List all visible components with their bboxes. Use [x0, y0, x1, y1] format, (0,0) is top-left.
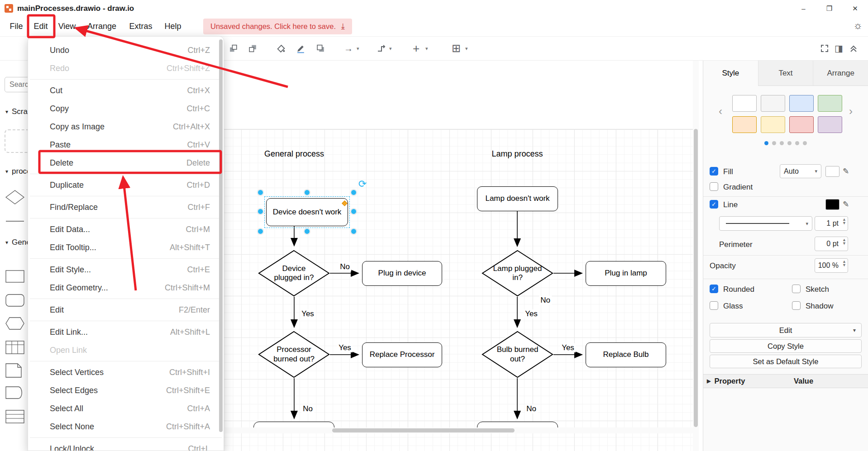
menu-item-edit-tooltip[interactable]: Edit Tooltip...Alt+Shift+T — [28, 238, 224, 256]
perimeter-input[interactable]: 0 pt ▲▼ — [815, 237, 848, 251]
insert-dropdown-icon[interactable]: ▾ — [425, 46, 428, 52]
page-dot[interactable] — [772, 141, 776, 145]
page-dot[interactable] — [780, 141, 784, 145]
stepper-icons[interactable]: ▲▼ — [842, 238, 846, 245]
copy-style-button[interactable]: Copy Style — [710, 339, 862, 353]
line-color-icon[interactable] — [296, 44, 305, 53]
table-dropdown-icon[interactable]: ▾ — [465, 46, 468, 52]
selection-handle-e[interactable] — [351, 209, 357, 214]
menu-item-edit-link[interactable]: Edit Link...Alt+Shift+L — [28, 323, 224, 341]
menu-file[interactable]: File — [6, 17, 26, 36]
line-style-select[interactable]: ▾ — [719, 216, 812, 231]
palette-prev-icon[interactable]: ‹ — [719, 106, 722, 117]
menu-scrollbar-thumb[interactable] — [219, 39, 223, 432]
shape-preview-rectangle[interactable] — [5, 270, 24, 283]
selection-handle-w[interactable] — [258, 209, 263, 214]
waypoints-dropdown-icon[interactable]: ▾ — [389, 46, 392, 52]
line-width-input[interactable]: 1 pt ▲▼ — [815, 216, 848, 231]
selection-handle-nw[interactable] — [258, 190, 263, 195]
menu-item-lock-unlock[interactable]: Lock/UnlockCtrl+L — [28, 440, 224, 451]
menu-edit[interactable]: Edit — [30, 17, 52, 36]
vertical-scroll-thumb[interactable] — [694, 129, 698, 427]
diagram-title-lamp[interactable]: Lamp process — [477, 149, 558, 159]
close-button[interactable]: ✕ — [842, 0, 868, 17]
selection-handle-se[interactable] — [351, 228, 357, 234]
menu-item-select-all[interactable]: Select AllCtrl+A — [28, 399, 224, 418]
table-icon[interactable]: ⊞ — [452, 42, 461, 55]
fill-checkbox[interactable]: ✓ — [710, 167, 718, 176]
theme-toggle-icon[interactable]: ☼ — [853, 20, 863, 31]
style-swatch-yellow[interactable] — [761, 116, 785, 133]
node-plug-in-device[interactable]: Plug in device — [362, 261, 442, 286]
restore-button[interactable]: ❐ — [816, 0, 842, 17]
edge-label-no[interactable]: No — [339, 262, 351, 271]
menu-item-edit-geometry[interactable]: Edit Geometry...Ctrl+Shift+M — [28, 279, 224, 297]
shape-preview-list[interactable] — [5, 410, 24, 423]
menu-item-undo[interactable]: UndoCtrl+Z — [28, 41, 224, 59]
menu-item-delete[interactable]: DeleteDelete — [28, 154, 224, 172]
edge-label-yes[interactable]: Yes — [300, 309, 315, 318]
horizontal-scroll-thumb[interactable] — [332, 428, 515, 432]
menu-item-edit[interactable]: EditF2/Enter — [28, 301, 224, 319]
menu-item-edit-style[interactable]: Edit Style...Ctrl+E — [28, 261, 224, 279]
shadow-icon[interactable] — [316, 44, 325, 53]
menu-item-select-edges[interactable]: Select EdgesCtrl+Shift+E — [28, 381, 224, 399]
tab-arrange[interactable]: Arrange — [813, 61, 868, 86]
menu-item-duplicate[interactable]: DuplicateCtrl+D — [28, 176, 224, 194]
tab-style[interactable]: Style — [703, 61, 758, 86]
page-dot[interactable] — [803, 141, 807, 145]
edge-label-yes[interactable]: Yes — [560, 343, 576, 352]
edge-label-no[interactable]: No — [301, 404, 314, 413]
menu-item-copy[interactable]: CopyCtrl+C — [28, 100, 224, 118]
stepper-icons[interactable]: ▲▼ — [842, 218, 846, 225]
sketch-checkbox[interactable] — [792, 285, 801, 293]
menu-item-paste[interactable]: PasteCtrl+V — [28, 136, 224, 154]
selection-handle-sw[interactable] — [258, 228, 263, 234]
minimize-button[interactable]: – — [791, 0, 816, 17]
format-panel-toggle-icon[interactable]: ◨ — [835, 43, 843, 54]
menu-item-edit-data[interactable]: Edit Data...Ctrl+M — [28, 220, 224, 238]
shape-preview-line[interactable] — [5, 220, 24, 223]
node-lamp-doesnt-work[interactable]: Lamp doesn't work — [477, 186, 558, 211]
expand-icon[interactable]: ▶ — [707, 378, 711, 384]
style-swatch-blue[interactable] — [789, 95, 814, 112]
style-swatch-purple[interactable] — [818, 116, 842, 133]
set-default-style-button[interactable]: Set as Default Style — [710, 355, 862, 368]
diagram-title-general[interactable]: General process — [253, 149, 335, 159]
selection-handle-n[interactable] — [304, 190, 310, 195]
palette-next-icon[interactable]: › — [849, 106, 853, 117]
menu-view[interactable]: View — [55, 17, 79, 36]
shape-preview-diamond[interactable] — [5, 190, 24, 204]
selection-handle-ne[interactable] — [351, 190, 357, 195]
line-color-well[interactable] — [825, 199, 839, 210]
node-replace-bulb[interactable]: Replace Bulb — [586, 342, 666, 367]
page-dot[interactable] — [795, 141, 799, 145]
collapse-toolbar-icon[interactable] — [849, 44, 858, 53]
fullscreen-icon[interactable] — [820, 44, 829, 53]
style-swatch-none[interactable] — [732, 95, 757, 112]
menu-help[interactable]: Help — [160, 17, 186, 36]
selection-handle-s[interactable] — [304, 228, 310, 234]
style-swatch-orange[interactable] — [732, 116, 757, 133]
menu-arrange[interactable]: Arrange — [82, 17, 121, 36]
fill-edit-icon[interactable]: ✎ — [843, 166, 849, 176]
node-device-plugged-in[interactable]: Device plugged in? — [258, 250, 330, 297]
shape-preview-table[interactable] — [5, 341, 24, 354]
shape-preview-hexagon[interactable] — [5, 317, 24, 330]
menu-item-select-vertices[interactable]: Select VerticesCtrl+Shift+I — [28, 363, 224, 381]
node-replace-processor[interactable]: Replace Processor — [362, 342, 442, 367]
fill-color-icon[interactable] — [276, 44, 286, 53]
edge-label-no[interactable]: No — [525, 404, 538, 413]
gradient-checkbox[interactable] — [710, 182, 718, 191]
shape-preview-note[interactable] — [5, 363, 22, 378]
unsaved-changes-button[interactable]: Unsaved changes. Click here to save. ⤓ — [203, 19, 352, 34]
node-plug-in-lamp[interactable]: Plug in lamp — [586, 261, 666, 286]
to-front-icon[interactable] — [229, 44, 238, 53]
line-edit-icon[interactable]: ✎ — [843, 199, 849, 209]
tab-text[interactable]: Text — [758, 61, 813, 86]
edit-style-dropdown-button[interactable]: Edit ▾ — [710, 323, 862, 337]
page-dot[interactable] — [764, 141, 768, 145]
fill-mode-select[interactable]: Auto ▾ — [780, 164, 821, 178]
shape-preview-delay[interactable] — [5, 386, 24, 399]
canvas-vertical-scrollbar[interactable] — [693, 61, 699, 451]
